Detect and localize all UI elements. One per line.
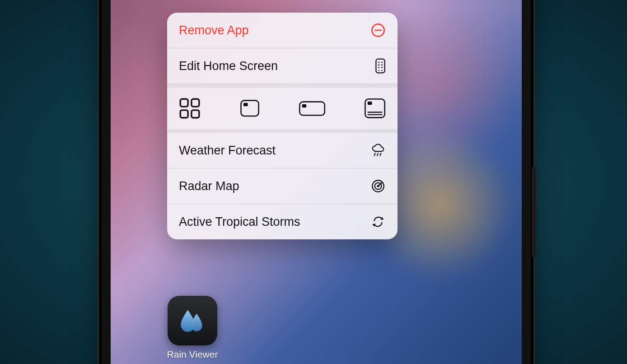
svg-rect-14 bbox=[192, 110, 199, 118]
radar-target-icon bbox=[370, 178, 386, 194]
svg-line-23 bbox=[374, 153, 375, 155]
svg-line-25 bbox=[380, 153, 381, 155]
edit-home-screen-button[interactable]: Edit Home Screen bbox=[167, 48, 398, 84]
svg-point-10 bbox=[381, 70, 382, 71]
svg-point-5 bbox=[378, 64, 379, 65]
app-icon-block[interactable]: Rain Viewer bbox=[163, 296, 222, 360]
phone-frame: Remove App Edit Home Screen bbox=[102, 0, 531, 364]
svg-rect-18 bbox=[302, 104, 307, 107]
widget-size-small-icon[interactable] bbox=[238, 99, 262, 117]
active-tropical-storms-button[interactable]: Active Tropical Storms bbox=[167, 204, 398, 239]
svg-point-3 bbox=[378, 62, 379, 63]
svg-line-24 bbox=[377, 153, 378, 155]
svg-rect-16 bbox=[243, 103, 248, 107]
edit-home-screen-label: Edit Home Screen bbox=[179, 59, 278, 73]
widget-size-large-icon[interactable] bbox=[363, 99, 387, 117]
cycle-arrows-icon bbox=[370, 214, 386, 229]
weather-forecast-label: Weather Forecast bbox=[179, 144, 276, 158]
svg-rect-13 bbox=[180, 110, 188, 118]
svg-point-9 bbox=[378, 70, 379, 71]
remove-app-button[interactable]: Remove App bbox=[167, 13, 398, 48]
app-icon-label: Rain Viewer bbox=[163, 349, 222, 360]
svg-point-7 bbox=[378, 67, 379, 68]
weather-forecast-button[interactable]: Weather Forecast bbox=[167, 133, 398, 168]
svg-rect-2 bbox=[376, 59, 384, 73]
svg-point-4 bbox=[381, 62, 383, 63]
active-tropical-storms-label: Active Tropical Storms bbox=[179, 215, 300, 229]
svg-rect-12 bbox=[192, 99, 199, 107]
remove-minus-icon bbox=[370, 23, 386, 38]
svg-point-6 bbox=[381, 64, 383, 65]
remove-app-label: Remove App bbox=[179, 23, 249, 37]
svg-rect-20 bbox=[368, 102, 372, 105]
svg-rect-11 bbox=[180, 99, 188, 107]
widget-size-picker-row bbox=[167, 84, 398, 133]
svg-rect-15 bbox=[241, 101, 258, 117]
rain-viewer-app-icon bbox=[168, 296, 217, 345]
app-context-menu: Remove App Edit Home Screen bbox=[167, 13, 398, 239]
apps-grid-icon bbox=[375, 58, 386, 74]
widget-size-medium-icon[interactable] bbox=[298, 99, 327, 117]
radar-map-button[interactable]: Radar Map bbox=[167, 168, 398, 204]
phone-side-button bbox=[532, 167, 536, 257]
widget-size-grid-icon[interactable] bbox=[178, 99, 201, 117]
rain-cloud-icon bbox=[370, 143, 386, 158]
svg-rect-17 bbox=[300, 102, 325, 115]
phone-screen: Remove App Edit Home Screen bbox=[111, 0, 522, 364]
svg-point-8 bbox=[381, 67, 383, 68]
radar-map-label: Radar Map bbox=[179, 179, 239, 193]
